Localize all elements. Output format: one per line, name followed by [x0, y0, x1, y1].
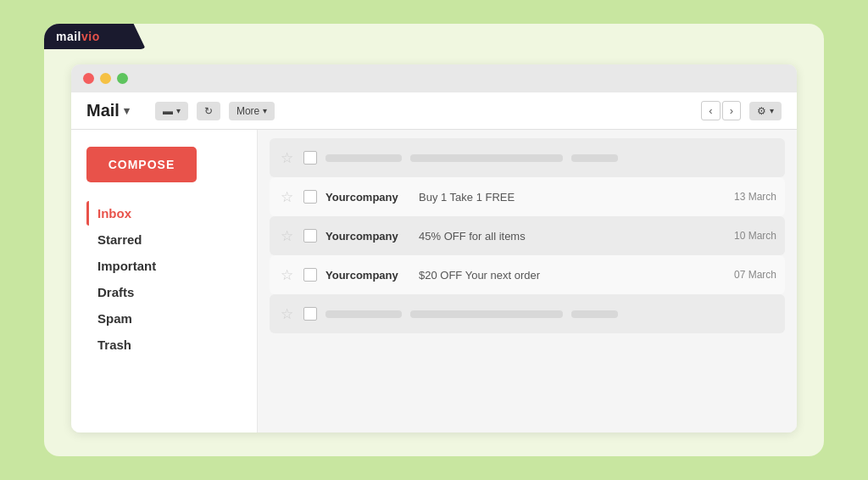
- email-checkbox[interactable]: [303, 268, 317, 282]
- settings-caret: ▾: [770, 106, 774, 115]
- logo-banner: mailvio: [44, 24, 146, 49]
- inbox-btn-caret: ▾: [176, 106, 181, 115]
- placeholder-subject: [410, 310, 563, 318]
- star-icon[interactable]: ☆: [278, 149, 295, 167]
- traffic-light-close[interactable]: [83, 73, 94, 84]
- email-subject: Buy 1 Take 1 FREE: [419, 191, 726, 204]
- star-icon[interactable]: ☆: [278, 227, 295, 245]
- email-checkbox[interactable]: [303, 307, 317, 321]
- browser-body: COMPOSE Inbox Starred Important Drafts S…: [71, 130, 797, 433]
- sidebar-item-trash[interactable]: Trash: [86, 332, 242, 357]
- toolbar-nav: ‹ ›: [701, 101, 741, 120]
- email-checkbox[interactable]: [303, 151, 317, 165]
- more-btn[interactable]: More ▾: [229, 102, 275, 120]
- mail-dropdown-caret[interactable]: ▾: [124, 104, 130, 117]
- mail-label: Mail: [86, 101, 120, 120]
- mail-title: Mail ▾: [86, 101, 130, 120]
- email-row-2[interactable]: ☆ Yourcompany 45% OFF for all items 10 M…: [270, 216, 785, 255]
- nav-prev-btn[interactable]: ‹: [701, 101, 720, 120]
- more-label: More: [236, 105, 259, 117]
- email-date: 07 March: [734, 269, 776, 281]
- email-list: ☆ ☆ Yourcompany Buy 1 Take 1 FREE 13 Mar…: [258, 130, 797, 433]
- email-checkbox[interactable]: [303, 229, 317, 243]
- email-checkbox[interactable]: [303, 190, 317, 204]
- email-subject: 45% OFF for all items: [419, 230, 726, 243]
- sidebar-item-important[interactable]: Important: [86, 254, 242, 278]
- email-row-3[interactable]: ☆ Yourcompany $20 OFF Your next order 07…: [270, 255, 785, 294]
- inbox-icon: ▬: [163, 105, 173, 117]
- placeholder-date: [571, 310, 618, 318]
- browser-toolbar: Mail ▾ ▬ ▾ ↻ More ▾ ‹ › ⚙ ▾: [71, 92, 797, 130]
- outer-frame: mailvio Mail ▾ ▬ ▾ ↻ More ▾: [44, 24, 824, 456]
- browser-titlebar: [71, 64, 797, 92]
- email-sender: Yourcompany: [326, 230, 410, 243]
- settings-btn[interactable]: ⚙ ▾: [749, 102, 782, 120]
- browser-window: Mail ▾ ▬ ▾ ↻ More ▾ ‹ › ⚙ ▾: [71, 64, 797, 433]
- star-icon[interactable]: ☆: [278, 188, 295, 206]
- star-icon[interactable]: ☆: [278, 305, 295, 323]
- placeholder-sender: [326, 154, 402, 162]
- more-caret: ▾: [263, 106, 267, 115]
- placeholder-sender: [326, 310, 402, 318]
- inbox-select-btn[interactable]: ▬ ▾: [155, 102, 188, 120]
- sidebar: COMPOSE Inbox Starred Important Drafts S…: [71, 130, 258, 433]
- sidebar-item-starred[interactable]: Starred: [86, 227, 242, 252]
- sidebar-item-drafts[interactable]: Drafts: [86, 280, 242, 304]
- sidebar-item-spam[interactable]: Spam: [86, 306, 242, 331]
- refresh-icon: ↻: [204, 105, 213, 117]
- refresh-btn[interactable]: ↻: [197, 102, 220, 120]
- gear-icon: ⚙: [757, 105, 766, 117]
- email-sender: Yourcompany: [326, 269, 410, 282]
- sidebar-item-inbox[interactable]: Inbox: [86, 201, 242, 226]
- email-subject: $20 OFF Your next order: [419, 269, 726, 282]
- logo-text: mailvio: [56, 30, 100, 43]
- traffic-light-expand[interactable]: [117, 73, 128, 84]
- email-date: 13 March: [734, 191, 776, 203]
- nav-items: Inbox Starred Important Drafts Spam Tras…: [86, 201, 242, 357]
- email-sender: Yourcompany: [326, 191, 410, 204]
- traffic-light-minimize[interactable]: [100, 73, 111, 84]
- placeholder-date: [571, 154, 618, 162]
- email-row-1[interactable]: ☆ Yourcompany Buy 1 Take 1 FREE 13 March: [270, 177, 785, 216]
- email-placeholder-bottom: ☆: [270, 294, 785, 333]
- placeholder-subject: [410, 154, 563, 162]
- nav-next-btn[interactable]: ›: [722, 101, 741, 120]
- compose-button[interactable]: COMPOSE: [86, 147, 197, 182]
- email-placeholder-top: ☆: [270, 138, 785, 177]
- star-icon[interactable]: ☆: [278, 266, 295, 284]
- email-date: 10 March: [734, 230, 776, 242]
